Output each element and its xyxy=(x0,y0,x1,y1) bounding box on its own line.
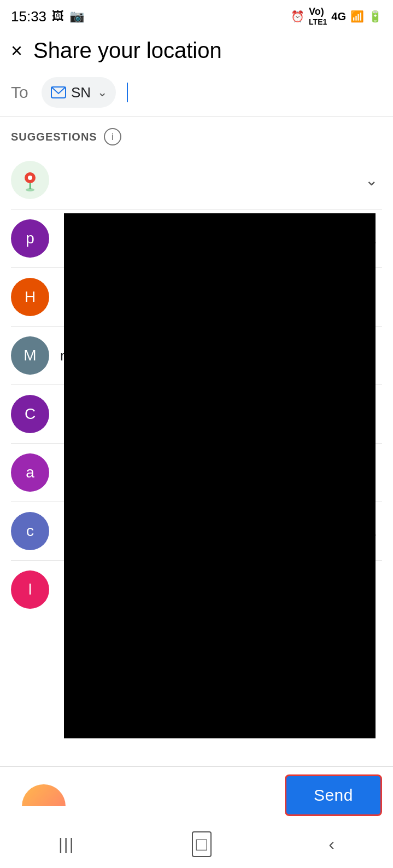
signal-text: Vo)LTE1 xyxy=(309,7,327,26)
chip-chevron-icon[interactable]: ⌄ xyxy=(97,85,107,100)
to-row: To SN ⌄ xyxy=(0,68,393,117)
camera-icon: 🖼 xyxy=(52,9,64,24)
nav-back-icon[interactable]: ‹ xyxy=(329,834,335,854)
avatar: a xyxy=(11,453,49,492)
avatar-letter: c xyxy=(26,522,34,540)
avatar: C xyxy=(11,395,49,433)
suggestions-label: SUGGESTIONS xyxy=(11,131,97,143)
email-icon xyxy=(50,86,67,98)
avatar-letter: C xyxy=(25,405,36,423)
info-icon-text: i xyxy=(112,131,114,143)
send-button[interactable]: Send xyxy=(285,774,382,816)
avatar: l xyxy=(11,570,49,609)
avatar-letter: M xyxy=(24,347,36,364)
status-time: 15:33 🖼 📷 xyxy=(11,8,84,25)
nav-bar: ||| □ ‹ xyxy=(0,824,393,868)
time-display: 15:33 xyxy=(11,8,46,25)
nav-home-icon[interactable]: □ xyxy=(192,831,212,857)
recipient-initials: SN xyxy=(71,84,91,101)
status-bar: 15:33 🖼 📷 ⏰ Vo)LTE1 4G 📶 🔋 xyxy=(0,0,393,33)
avatar xyxy=(11,161,49,199)
svg-point-2 xyxy=(28,176,32,180)
close-button[interactable]: × xyxy=(11,41,22,61)
video-icon: 📷 xyxy=(69,9,84,24)
page-title: Share your location xyxy=(33,38,222,63)
text-cursor xyxy=(127,83,128,102)
network-4g-icon: 4G xyxy=(331,10,346,23)
avatar-letter: a xyxy=(26,464,34,481)
avatar: p xyxy=(11,219,49,258)
status-icons: ⏰ Vo)LTE1 4G 📶 🔋 xyxy=(291,7,382,26)
avatar-letter: l xyxy=(28,581,32,598)
avatar: c xyxy=(11,512,49,550)
avatar-letter: H xyxy=(25,288,36,306)
header: × Share your location xyxy=(0,33,393,68)
alarm-icon: ⏰ xyxy=(291,10,304,23)
redacted-overlay xyxy=(64,213,376,738)
avatar-letter: p xyxy=(26,230,34,247)
nav-recents-icon[interactable]: ||| xyxy=(58,835,74,854)
expand-icon[interactable]: ⌄ xyxy=(361,167,382,194)
avatar: H xyxy=(11,278,49,316)
send-row: Send xyxy=(0,767,393,824)
avatar: M xyxy=(11,336,49,375)
bottom-bar: Send ||| □ ‹ xyxy=(0,766,393,868)
avatar-partial xyxy=(22,784,66,806)
to-label: To xyxy=(11,83,33,102)
recipient-chip[interactable]: SN ⌄ xyxy=(42,77,116,108)
signal-strength-icon: 📶 xyxy=(350,10,364,23)
battery-icon: 🔋 xyxy=(368,10,382,23)
info-button[interactable]: i xyxy=(104,128,121,145)
list-item[interactable]: ⌄ xyxy=(0,151,393,209)
suggestions-header: SUGGESTIONS i xyxy=(0,117,393,151)
